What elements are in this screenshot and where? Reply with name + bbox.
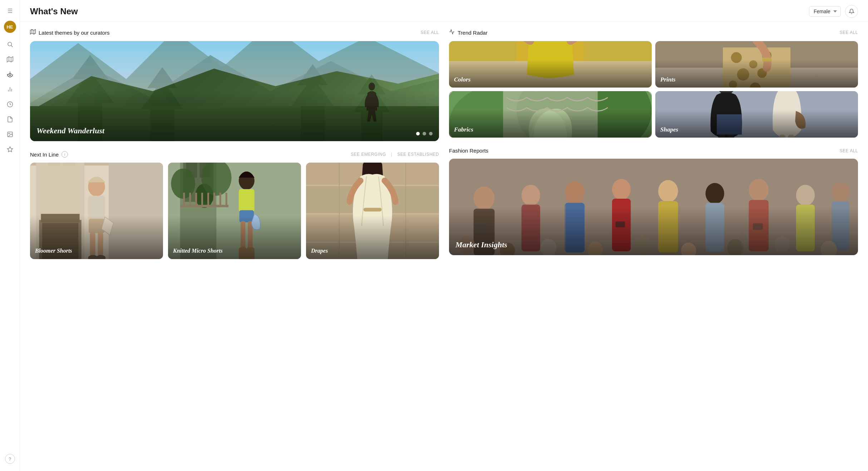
fashion-reports-section-header: Fashion Reports SEE ALL [449,148,858,154]
next-in-line-cards: Bloomer Shorts [30,163,439,259]
menu-icon[interactable]: ☰ [4,4,16,17]
header-right: Female Male [809,5,858,18]
doc-icon[interactable] [4,113,16,126]
dot-2[interactable] [423,132,426,135]
content-area: Latest themes by our curators SEE ALL [20,22,868,471]
search-icon[interactable] [4,38,16,51]
avatar[interactable]: HE [4,21,16,33]
hero-card-label: Weekend Wanderlust [36,126,104,135]
item-card-drapes[interactable]: Drapes [306,163,439,259]
trend-card-prints[interactable]: Prints [655,41,858,88]
trend-radar-section-header: Trend Radar SEE ALL [449,29,858,36]
right-column: Trend Radar SEE ALL [449,29,858,259]
chart-icon[interactable] [4,83,16,96]
next-in-line-title: Next In Line [30,152,59,158]
item-card-knitted-micro-shorts[interactable]: Knitted Micro Shorts [168,163,301,259]
map-section-icon [30,29,36,36]
trend-card-colors[interactable]: Colors [449,41,652,88]
shapes-card-label: Shapes [660,126,678,133]
svg-point-0 [8,42,12,46]
fashion-reports-label: Market Insights [455,240,507,249]
bloomer-shorts-label: Bloomer Shorts [35,248,72,254]
trend-radar-icon [449,29,455,36]
notification-bell-button[interactable] [845,5,858,18]
header: What's New Female Male [20,0,868,22]
radar-icon[interactable] [4,68,16,81]
gender-select[interactable]: Female Male [809,6,841,17]
prints-card-label: Prints [660,76,676,83]
history-icon[interactable] [4,98,16,111]
fashion-reports-overlay [449,159,858,255]
next-title-group: Next In Line i [30,151,68,158]
next-in-line-section-header: Next In Line i SEE EMERGING | SEE ESTABL… [30,151,439,158]
fashion-reports-card[interactable]: Market Insights [449,159,858,255]
drapes-label: Drapes [311,248,328,254]
fabrics-card-overlay [449,91,652,138]
svg-point-5 [9,73,11,75]
svg-point-11 [9,133,9,134]
fashion-reports-see-all[interactable]: SEE ALL [839,148,858,153]
dot-1[interactable] [416,132,420,135]
svg-line-1 [11,45,13,47]
latest-themes-section-header: Latest themes by our curators SEE ALL [30,29,439,36]
prints-card-overlay [655,41,858,88]
next-in-line-info-icon[interactable]: i [61,151,68,158]
trend-radar-title: Trend Radar [449,29,488,36]
main-content: What's New Female Male L [20,0,868,471]
svg-marker-13 [30,29,36,34]
next-in-line-actions: SEE EMERGING | SEE ESTABLISHED [351,152,439,157]
see-emerging-button[interactable]: SEE EMERGING [351,152,386,157]
trend-radar-grid: Colors [449,41,858,138]
knitted-micro-shorts-label: Knitted Micro Shorts [173,248,223,254]
map-icon[interactable] [4,53,16,66]
sidebar-bottom: ? [5,454,15,467]
star-icon[interactable] [4,143,16,156]
colors-card-overlay [449,41,652,88]
trend-card-shapes[interactable]: Shapes [655,91,858,138]
fabrics-card-label: Fabrics [454,126,473,133]
fashion-reports-title: Fashion Reports [449,148,488,154]
shapes-card-overlay [655,91,858,138]
knitted-micro-shorts-overlay [168,163,301,259]
help-button[interactable]: ? [5,454,15,464]
page-title: What's New [30,6,78,16]
hero-card-dots [416,132,433,135]
see-established-button[interactable]: SEE ESTABLISHED [397,152,439,157]
trend-radar-see-all[interactable]: SEE ALL [839,30,858,35]
latest-themes-title: Latest themes by our curators [30,29,109,36]
dot-3[interactable] [429,132,433,135]
drapes-overlay [306,163,439,259]
sidebar: ☰ HE ? [0,0,20,471]
actions-divider: | [391,152,393,157]
hero-card[interactable]: Weekend Wanderlust [30,41,439,141]
svg-marker-2 [7,57,13,62]
svg-marker-12 [7,147,13,152]
colors-card-label: Colors [454,76,470,83]
bloomer-shorts-overlay [30,163,163,259]
latest-themes-see-all[interactable]: SEE ALL [420,30,439,35]
item-card-bloomer-shorts[interactable]: Bloomer Shorts [30,163,163,259]
image-icon[interactable] [4,128,16,141]
left-column: Latest themes by our curators SEE ALL [30,29,439,259]
trend-card-fabrics[interactable]: Fabrics [449,91,652,138]
main-grid: Latest themes by our curators SEE ALL [30,29,858,259]
